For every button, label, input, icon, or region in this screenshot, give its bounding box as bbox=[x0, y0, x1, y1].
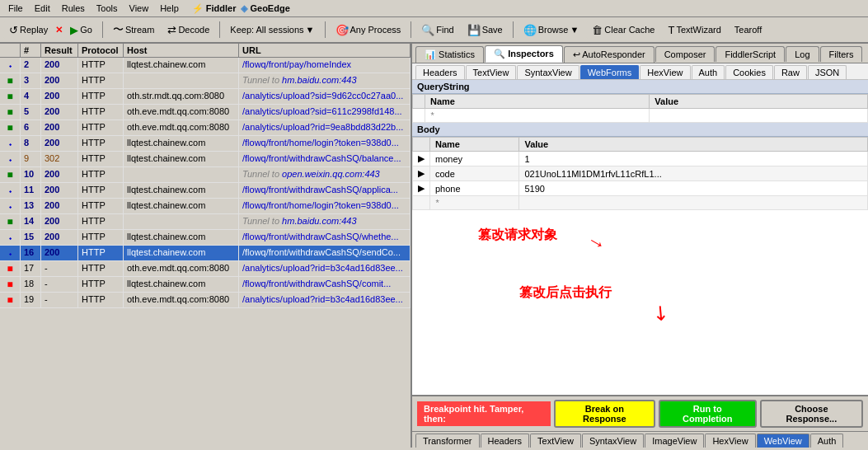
menu-file[interactable]: File bbox=[3, 2, 28, 15]
session-url-cell[interactable]: Tunnel to open.weixin.qq.com:443 bbox=[239, 167, 411, 182]
menu-view[interactable]: View bbox=[124, 2, 154, 15]
tab-fiddlerscript[interactable]: FiddlerScript bbox=[716, 46, 785, 62]
url-link[interactable]: /analytics/upload?rid=b3c4ad16d83ee... bbox=[242, 263, 403, 273]
session-url-cell[interactable]: Tunnel to hm.baidu.com:443 bbox=[239, 73, 411, 88]
qs-star-value[interactable] bbox=[650, 109, 868, 123]
tab-autoresponder[interactable]: ↩ AutoResponder bbox=[564, 46, 655, 63]
tab-filters[interactable]: Filters bbox=[820, 46, 863, 62]
find-button[interactable]: 🔍 Find bbox=[415, 21, 459, 39]
menu-rules[interactable]: Rules bbox=[57, 2, 90, 15]
url-link[interactable]: /flowq/front/home/login?token=938d0... bbox=[242, 200, 399, 210]
table-row[interactable]: ■ 5 200 HTTP oth.eve.mdt.qq.com:8080 /an… bbox=[0, 105, 411, 120]
qs-star-name[interactable]: * bbox=[425, 109, 650, 123]
bottom-tab-webview[interactable]: WebView bbox=[757, 434, 809, 448]
session-url-cell[interactable]: /flowq/front/withdrawCashSQ/whethe... bbox=[239, 230, 411, 245]
tab-log[interactable]: Log bbox=[786, 46, 819, 62]
subtab-raw[interactable]: Raw bbox=[774, 65, 807, 79]
table-row[interactable]: ■ 4 200 HTTP oth.str.mdt.qq.com:8080 /an… bbox=[0, 89, 411, 105]
url-link[interactable]: /flowq/front/home/login?token=938d0... bbox=[242, 138, 399, 148]
table-row[interactable]: ■ 10 200 HTTP Tunnel to open.weixin.qq.c… bbox=[0, 167, 411, 183]
replay-button[interactable]: ↺ Replay bbox=[3, 21, 54, 39]
body-row-value[interactable]: 021UnoL11Ml1DM1rfvL11cRfL1... bbox=[519, 166, 868, 181]
menu-help[interactable]: Help bbox=[155, 2, 184, 15]
menu-tools[interactable]: Tools bbox=[91, 2, 123, 15]
table-row[interactable]: ⬩ 15 200 HTTP llqtest.chainew.com /flowq… bbox=[0, 230, 411, 246]
table-row[interactable]: ■ 6 200 HTTP oth.eve.mdt.qq.com:8080 /an… bbox=[0, 120, 411, 136]
go-button[interactable]: ▶ Go bbox=[64, 21, 98, 39]
clear-cache-button[interactable]: 🗑 Clear Cache bbox=[586, 21, 660, 39]
table-row[interactable]: ■ 14 200 HTTP Tunnel to hm.baidu.com:443 bbox=[0, 214, 411, 230]
table-row[interactable]: ■ 3 200 HTTP Tunnel to hm.baidu.com:443 bbox=[0, 73, 411, 89]
session-url-cell[interactable]: Tunnel to hm.baidu.com:443 bbox=[239, 214, 411, 229]
tearoff-button[interactable]: Tearoff bbox=[729, 22, 767, 37]
bottom-tab-auth[interactable]: Auth bbox=[810, 434, 844, 448]
url-link[interactable]: /flowq/front/withdrawCashSQ/whethe... bbox=[242, 232, 399, 241]
session-url-cell[interactable]: /analytics/upload?sid=9d62cc0c27aa0... bbox=[239, 89, 411, 104]
url-link[interactable]: /flowq/front/withdrawCashSQ/applica... bbox=[242, 185, 398, 195]
table-row[interactable]: ⬩ 2 200 HTTP llqtest.chainew.com /flowq/… bbox=[0, 58, 411, 73]
table-row[interactable]: ■ 18 - HTTP llqtest.chainew.com /flowq/f… bbox=[0, 277, 411, 293]
star-name[interactable]: * bbox=[430, 196, 519, 210]
close-sessions-button[interactable]: ✕ bbox=[55, 25, 63, 35]
table-row[interactable]: ⬩ 9 302 HTTP llqtest.chainew.com /flowq/… bbox=[0, 152, 411, 167]
run-to-completion-button[interactable]: Run to Completion bbox=[659, 400, 757, 428]
subtab-headers[interactable]: Headers bbox=[415, 65, 465, 79]
tab-inspectors[interactable]: 🔍 Inspectors bbox=[485, 45, 563, 63]
url-link[interactable]: /flowq/front/withdrawCashSQ/comit... bbox=[242, 279, 391, 288]
body-row-name[interactable]: phone bbox=[430, 181, 519, 196]
body-row-name[interactable]: code bbox=[430, 166, 519, 181]
tab-statistics[interactable]: 📊 Statistics bbox=[415, 46, 484, 63]
session-url-cell[interactable]: /flowq/front/withdrawCashSQ/comit... bbox=[239, 277, 411, 292]
body-row-value[interactable]: 5190 bbox=[519, 181, 868, 196]
subtab-syntaxview[interactable]: SyntaxView bbox=[517, 65, 579, 79]
table-row[interactable]: ⬩ 8 200 HTTP llqtest.chainew.com /flowq/… bbox=[0, 136, 411, 152]
subtab-cookies[interactable]: Cookies bbox=[725, 65, 773, 79]
bottom-tab-transformer[interactable]: Transformer bbox=[415, 434, 480, 448]
subtab-hexview[interactable]: HexView bbox=[640, 65, 690, 79]
session-url-cell[interactable]: /flowq/front/pay/homeIndex bbox=[239, 58, 411, 73]
subtab-webforms[interactable]: WebForms bbox=[580, 65, 640, 79]
session-url-cell[interactable]: /analytics/upload?rid=b3c4ad16d83ee... bbox=[239, 261, 411, 276]
bottom-tab-headers[interactable]: Headers bbox=[481, 434, 530, 448]
url-link[interactable]: /flowq/front/pay/homeIndex bbox=[242, 59, 351, 69]
tab-composer[interactable]: Composer bbox=[655, 46, 716, 62]
body-row-value[interactable]: 1 bbox=[519, 152, 868, 166]
bottom-tab-textview[interactable]: TextView bbox=[530, 434, 581, 448]
textwizard-button[interactable]: T TextWizard bbox=[662, 21, 726, 39]
table-row[interactable]: ■ 17 - HTTP oth.eve.mdt.qq.com:8080 /ana… bbox=[0, 261, 411, 277]
menu-edit[interactable]: Edit bbox=[30, 2, 55, 15]
keep-sessions-button[interactable]: Keep: All sessions ▼ bbox=[224, 22, 320, 37]
bottom-tab-syntaxview[interactable]: SyntaxView bbox=[582, 434, 644, 448]
url-link[interactable]: /flowq/front/withdrawCashSQ/balance... bbox=[242, 153, 401, 163]
save-button[interactable]: 💾 Save bbox=[462, 21, 509, 39]
any-process-button[interactable]: 🎯 Any Process bbox=[330, 21, 407, 39]
session-url-cell[interactable]: /flowq/front/home/login?token=938d0... bbox=[239, 136, 411, 151]
url-link[interactable]: /analytics/upload?sid=611c2998fd148... bbox=[242, 106, 402, 116]
browse-button[interactable]: 🌐 Browse ▼ bbox=[518, 21, 585, 39]
session-url-cell[interactable]: /flowq/front/withdrawCashSQ/balance... bbox=[239, 152, 411, 166]
subtab-json[interactable]: JSON bbox=[808, 65, 847, 79]
session-url-cell[interactable]: /analytics/upload?rid=b3c4ad16d83ee... bbox=[239, 293, 411, 307]
table-row[interactable]: ⬩ 13 200 HTTP llqtest.chainew.com /flowq… bbox=[0, 199, 411, 214]
url-link[interactable]: /analytics/upload?rid=9ea8bdd83d22b... bbox=[242, 122, 403, 132]
session-url-cell[interactable]: /flowq/front/withdrawCashSQ/applica... bbox=[239, 183, 411, 198]
table-row[interactable]: ■ 19 - HTTP oth.eve.mdt.qq.com:8080 /ana… bbox=[0, 293, 411, 308]
session-url-cell[interactable]: /analytics/upload?rid=9ea8bdd83d22b... bbox=[239, 120, 411, 135]
session-url-cell[interactable]: /flowq/front/withdrawCashSQ/sendCo... bbox=[239, 246, 411, 260]
url-link[interactable]: /analytics/upload?rid=b3c4ad16d83ee... bbox=[242, 294, 403, 304]
subtab-auth[interactable]: Auth bbox=[692, 65, 725, 79]
body-row-name[interactable]: money bbox=[430, 152, 519, 166]
star-value[interactable] bbox=[519, 196, 868, 210]
stream-button[interactable]: 〜 Stream bbox=[107, 20, 160, 40]
decode-button[interactable]: ⇄ Decode bbox=[162, 21, 215, 39]
session-url-cell[interactable]: /flowq/front/home/login?token=938d0... bbox=[239, 199, 411, 213]
bottom-tab-imageview[interactable]: ImageView bbox=[645, 434, 704, 448]
table-row[interactable]: ⬩ 11 200 HTTP llqtest.chainew.com /flowq… bbox=[0, 183, 411, 199]
url-link[interactable]: /flowq/front/withdrawCashSQ/sendCo... bbox=[242, 247, 401, 257]
url-link[interactable]: /analytics/upload?sid=9d62cc0c27aa0... bbox=[242, 91, 403, 101]
table-row[interactable]: ⬩ 16 200 HTTP llqtest.chainew.com /flowq… bbox=[0, 246, 411, 261]
subtab-textview[interactable]: TextView bbox=[466, 65, 517, 79]
choose-response-button[interactable]: Choose Response... bbox=[760, 400, 863, 428]
bottom-tab-hexview[interactable]: HexView bbox=[705, 434, 755, 448]
break-on-response-button[interactable]: Break on Response bbox=[554, 400, 655, 428]
